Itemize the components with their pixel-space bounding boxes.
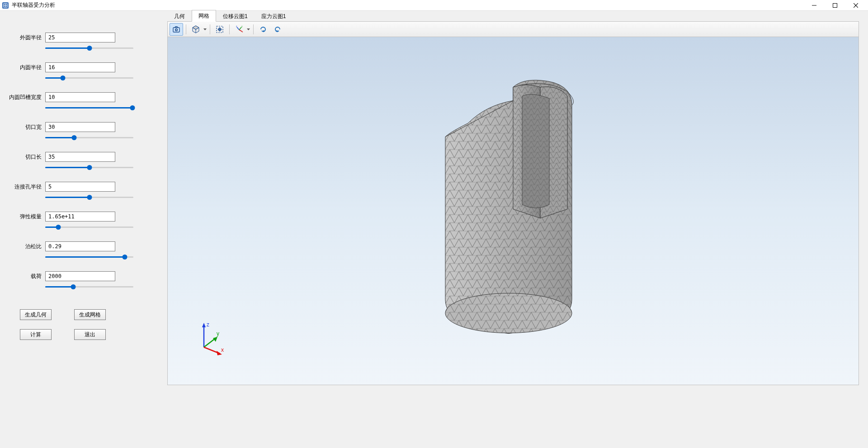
app-icon (2, 2, 9, 9)
axis-gizmo: z y x (195, 320, 231, 358)
fit-view-button[interactable] (213, 23, 226, 36)
svg-line-14 (237, 27, 239, 30)
generate-mesh-button[interactable]: 生成网格 (74, 309, 106, 320)
close-button[interactable] (845, 0, 866, 11)
maximize-button[interactable] (825, 0, 845, 11)
groove-width-slider[interactable] (45, 104, 133, 112)
generate-geometry-button[interactable]: 生成几何 (20, 309, 52, 320)
axes-dropdown[interactable] (246, 23, 250, 36)
param-label: 弹性模量 (9, 213, 42, 221)
notch-length-input[interactable] (45, 152, 115, 162)
rotate-ccw-button[interactable] (271, 23, 284, 36)
inner-radius-input[interactable] (45, 62, 115, 72)
hole-radius-input[interactable] (45, 182, 115, 192)
window-title: 半联轴器受力分析 (12, 1, 804, 9)
tab-stress[interactable]: 应力云图1 (255, 10, 293, 22)
exit-button[interactable]: 退出 (74, 329, 106, 340)
notch-length-slider[interactable] (45, 164, 133, 172)
view-cube-dropdown[interactable] (203, 23, 207, 36)
viewport-toolbar: x y z (167, 22, 859, 37)
notch-width-slider[interactable] (45, 134, 133, 142)
param-label: 切口长 (9, 153, 42, 161)
hole-radius-slider[interactable] (45, 193, 133, 202)
elastic-modulus-slider[interactable] (45, 223, 133, 231)
param-label: 载荷 (9, 273, 42, 280)
svg-marker-21 (202, 323, 206, 327)
param-label: 内圆半径 (9, 64, 42, 71)
rotate-cw-button[interactable] (256, 23, 270, 36)
elastic-modulus-input[interactable] (45, 212, 115, 222)
axes-toggle-button[interactable]: x y z (232, 23, 246, 36)
param-label: 内圆凹槽宽度 (9, 94, 42, 101)
axis-z-label: z (207, 321, 209, 328)
outer-radius-slider[interactable] (45, 44, 133, 52)
compute-button[interactable]: 计算 (20, 329, 52, 340)
tab-geometry[interactable]: 几何 (167, 10, 192, 22)
3d-viewport[interactable]: z y x (167, 37, 859, 385)
notch-width-input[interactable] (45, 122, 115, 132)
param-label: 外圆半径 (9, 34, 42, 42)
param-label: 连接孔半径 (9, 183, 42, 191)
param-label: 泊松比 (9, 243, 42, 250)
svg-line-22 (204, 338, 216, 347)
poisson-ratio-slider[interactable] (45, 253, 133, 261)
parameter-sidebar: 外圆半径 内圆半径 内圆凹槽宽度 (0, 11, 167, 448)
outer-radius-input[interactable] (45, 33, 115, 42)
load-input[interactable] (45, 271, 115, 281)
param-label: 切口宽 (9, 123, 42, 131)
axis-x-label: x (221, 347, 224, 353)
svg-point-10 (176, 29, 177, 30)
screenshot-button[interactable] (170, 23, 183, 36)
poisson-ratio-input[interactable] (45, 241, 115, 251)
load-slider[interactable] (45, 283, 133, 291)
svg-text:y: y (241, 25, 243, 28)
axis-y-label: y (217, 330, 219, 337)
tab-displacement[interactable]: 位移云图1 (216, 10, 255, 22)
window-controls (804, 0, 866, 11)
svg-rect-5 (833, 3, 837, 7)
titlebar: 半联轴器受力分析 (0, 0, 868, 11)
mesh-model (405, 60, 622, 350)
tab-bar: 几何 网格 位移云图1 应力云图1 (167, 11, 859, 22)
groove-width-input[interactable] (45, 92, 115, 102)
minimize-button[interactable] (804, 0, 825, 11)
svg-point-19 (445, 293, 572, 333)
inner-radius-slider[interactable] (45, 74, 133, 82)
tab-mesh[interactable]: 网格 (192, 10, 216, 22)
view-cube-button[interactable] (189, 23, 203, 36)
svg-text:x: x (242, 30, 243, 33)
